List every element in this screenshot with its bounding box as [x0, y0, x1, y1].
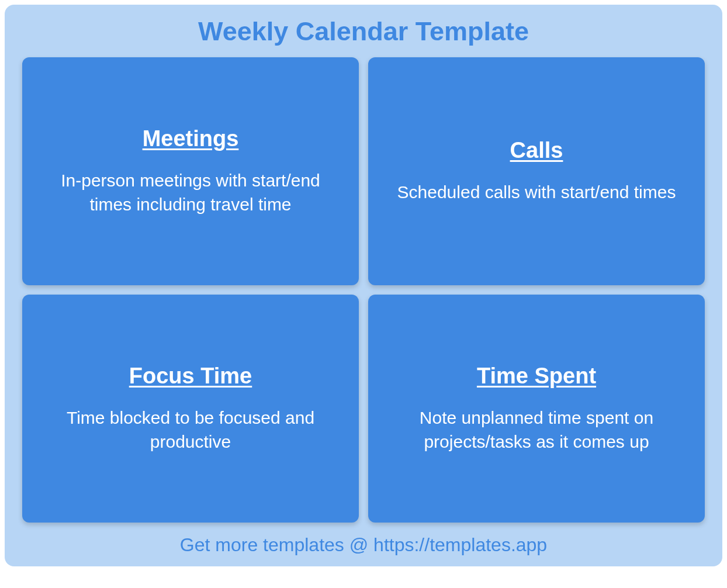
card-title-calls: Calls [510, 138, 563, 163]
page-title: Weekly Calendar Template [22, 16, 705, 47]
card-desc-time-spent: Note unplanned time spent on projects/ta… [389, 406, 684, 454]
card-calls: Calls Scheduled calls with start/end tim… [368, 57, 705, 285]
card-title-meetings: Meetings [143, 126, 239, 151]
card-focus-time: Focus Time Time blocked to be focused an… [22, 295, 359, 523]
card-title-focus-time: Focus Time [129, 364, 252, 389]
footer-text: Get more templates @ https://templates.a… [22, 534, 705, 556]
card-title-time-spent: Time Spent [477, 364, 596, 389]
card-time-spent: Time Spent Note unplanned time spent on … [368, 295, 705, 523]
template-container: Weekly Calendar Template Meetings In-per… [5, 5, 722, 566]
card-desc-meetings: In-person meetings with start/end times … [43, 169, 338, 216]
card-desc-calls: Scheduled calls with start/end times [397, 181, 676, 205]
card-desc-focus-time: Time blocked to be focused and productiv… [43, 406, 338, 454]
card-grid: Meetings In-person meetings with start/e… [22, 57, 705, 523]
card-meetings: Meetings In-person meetings with start/e… [22, 57, 359, 285]
